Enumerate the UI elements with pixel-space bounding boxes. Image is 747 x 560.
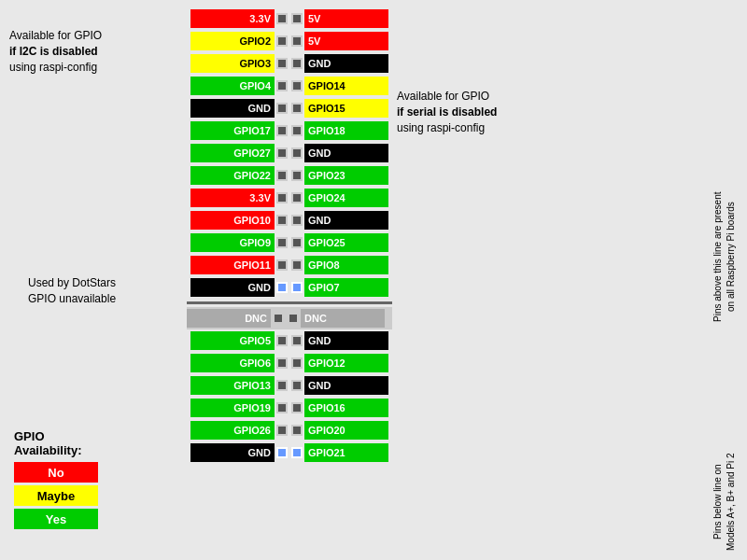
legend: GPIOAvailability: No Maybe Yes — [14, 429, 98, 532]
pin-conn-r10 — [291, 215, 303, 226]
pin-connectors-4 — [275, 80, 304, 91]
pin-row-13: GND GPIO7 — [190, 277, 388, 298]
pin-right-2: 5V — [304, 32, 388, 50]
pin-row-3: GPIO3 GND — [190, 53, 388, 74]
pin-connectors-2 — [275, 35, 304, 47]
right-annotations: Available for GPIO if serial is disabled… — [392, 0, 747, 560]
pin-right-20: GPIO21 — [304, 443, 388, 462]
pin-conn-l3 — [276, 58, 288, 69]
pin-connectors-11 — [275, 237, 304, 248]
pin-row-5: GND GPIO15 — [190, 98, 388, 119]
pin-conn-r18 — [291, 402, 303, 413]
serial-line1: Available for GPIO — [397, 89, 497, 105]
dnc-section: DNC DNC — [187, 307, 392, 329]
pin-row-10: GPIO10 GND — [190, 210, 388, 231]
pin-row-4: GPIO4 GPIO14 — [190, 76, 388, 96]
legend-title: GPIOAvailability: — [14, 429, 98, 457]
pin-connectors-16 — [275, 357, 304, 369]
pin-connectors-1 — [275, 13, 304, 24]
pin-left-20: GND — [190, 443, 275, 462]
main-container: Available for GPIO if I2C is disabled us… — [0, 0, 747, 560]
pin-conn-r17 — [291, 380, 303, 391]
serial-line2: if serial is disabled — [397, 105, 497, 119]
pin-right-17: GND — [304, 376, 388, 395]
dotstars-line1: Used by DotStars — [28, 275, 116, 291]
pin-conn-l17 — [276, 380, 288, 391]
pin-right-10: GND — [304, 211, 388, 230]
pin-conn-l13 — [276, 282, 288, 293]
pin-right-7: GND — [304, 144, 388, 162]
pin-left-4: GPIO4 — [190, 77, 275, 95]
section-divider — [187, 301, 392, 304]
pin-diagram: 3.3V 5V GPIO2 5V GPIO3 GND — [187, 7, 392, 560]
pin-conn-r3 — [291, 58, 303, 69]
pin-connectors-10 — [275, 215, 304, 226]
pin-conn-r2 — [291, 35, 303, 47]
pin-conn-r6 — [291, 125, 303, 136]
pin-right-12: GPIO8 — [304, 256, 388, 274]
pin-right-1: 5V — [304, 9, 388, 28]
pin-right-14: DNC — [301, 309, 385, 328]
pin-connectors-6 — [275, 125, 304, 136]
pin-conn-l5 — [276, 103, 288, 114]
pin-conn-l7 — [276, 147, 288, 159]
pin-conn-r11 — [291, 237, 303, 248]
pin-right-8: GPIO23 — [304, 166, 388, 185]
pin-conn-l4 — [276, 80, 288, 91]
pin-left-19: GPIO26 — [190, 421, 275, 440]
serial-line3: using raspi-config — [397, 120, 497, 136]
pin-conn-r1 — [291, 13, 303, 24]
pin-conn-r15 — [291, 335, 303, 346]
pin-row-18: GPIO19 GPIO16 — [190, 398, 388, 418]
pin-conn-l19 — [276, 425, 288, 436]
pin-connectors-7 — [275, 147, 304, 159]
vertical-text-bottom: Pins below line onModels A+, B+ and Pi 2 — [712, 345, 738, 551]
pin-conn-l1 — [276, 13, 288, 24]
pin-left-14: DNC — [187, 309, 271, 328]
pin-left-13: GND — [190, 278, 275, 297]
pin-row-8: GPIO22 GPIO23 — [190, 165, 388, 186]
pin-right-3: GND — [304, 54, 388, 73]
pin-conn-l8 — [276, 170, 288, 181]
pin-conn-l2 — [276, 35, 288, 47]
dotstars-line2: GPIO unavailable — [28, 291, 116, 307]
pin-conn-r12 — [291, 259, 303, 271]
pin-connectors-3 — [275, 58, 304, 69]
pin-left-8: GPIO22 — [190, 166, 275, 185]
pin-conn-r4 — [291, 80, 303, 91]
pin-right-16: GPIO12 — [304, 354, 388, 372]
pin-left-9: 3.3V — [190, 189, 275, 207]
pin-left-10: GPIO10 — [190, 211, 275, 230]
pin-conn-l9 — [276, 192, 288, 203]
pin-connectors-5 — [275, 103, 304, 114]
pin-row-19: GPIO26 GPIO20 — [190, 420, 388, 441]
pin-right-6: GPIO18 — [304, 121, 388, 140]
pin-connectors-17 — [275, 380, 304, 391]
pin-conn-l10 — [276, 215, 288, 226]
pin-left-18: GPIO19 — [190, 399, 275, 417]
pin-connectors-14 — [271, 313, 301, 324]
pin-left-6: GPIO17 — [190, 121, 275, 140]
pin-conn-l16 — [276, 357, 288, 369]
pin-conn-l18 — [276, 402, 288, 413]
pin-left-15: GPIO5 — [190, 331, 275, 350]
pin-right-19: GPIO20 — [304, 421, 388, 440]
pin-right-18: GPIO16 — [304, 399, 388, 417]
pin-row-15: GPIO5 GND — [190, 330, 388, 351]
dotstars-annotation: Used by DotStars GPIO unavailable — [28, 275, 116, 307]
pin-row-6: GPIO17 GPIO18 — [190, 120, 388, 141]
pin-conn-r9 — [291, 192, 303, 203]
pin-connectors-18 — [275, 402, 304, 413]
pin-left-7: GPIO27 — [190, 144, 275, 162]
pin-row-12: GPIO11 GPIO8 — [190, 255, 388, 275]
pin-conn-r8 — [291, 170, 303, 181]
pin-conn-r14 — [288, 313, 299, 324]
pin-row-2: GPIO2 5V — [190, 31, 388, 51]
pin-conn-l11 — [276, 237, 288, 248]
pin-conn-r5 — [291, 103, 303, 114]
pin-conn-l14 — [273, 313, 284, 324]
i2c-line2: if I2C is disabled — [9, 45, 98, 58]
legend-maybe: Maybe — [14, 485, 98, 506]
pin-left-2: GPIO2 — [190, 32, 275, 50]
pin-left-11: GPIO9 — [190, 233, 275, 252]
